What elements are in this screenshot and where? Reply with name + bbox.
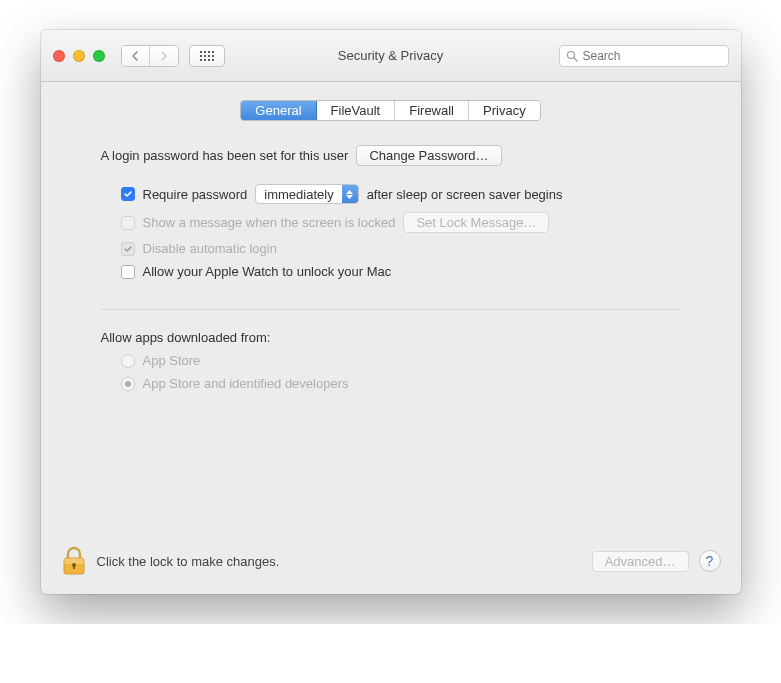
- chevron-right-icon: [160, 51, 168, 61]
- toolbar: Security & Privacy: [41, 30, 741, 82]
- tab-filevault[interactable]: FileVault: [317, 101, 396, 120]
- apple-watch-unlock-checkbox[interactable]: [121, 265, 135, 279]
- search-field[interactable]: [559, 45, 729, 67]
- divider: [101, 309, 681, 310]
- disable-auto-login-label: Disable automatic login: [143, 241, 277, 256]
- svg-line-1: [574, 58, 577, 61]
- show-all-button[interactable]: [189, 45, 225, 67]
- require-password-checkbox[interactable]: [121, 187, 135, 201]
- minimize-window-button[interactable]: [73, 50, 85, 62]
- svg-rect-5: [73, 565, 75, 569]
- question-mark-icon: ?: [706, 553, 714, 569]
- show-message-label: Show a message when the screen is locked: [143, 215, 396, 230]
- check-icon: [123, 244, 133, 254]
- back-button[interactable]: [122, 46, 150, 66]
- require-password-delay-value: immediately: [256, 187, 341, 202]
- zoom-window-button[interactable]: [93, 50, 105, 62]
- preferences-window: Security & Privacy General FileVault Fir…: [41, 30, 741, 594]
- require-password-delay-select[interactable]: immediately: [255, 184, 358, 204]
- window-controls: [53, 50, 105, 62]
- check-icon: [123, 189, 133, 199]
- general-pane: A login password has been set for this u…: [61, 145, 721, 391]
- allow-apps-heading: Allow apps downloaded from:: [101, 330, 271, 345]
- tab-bar: General FileVault Firewall Privacy: [61, 100, 721, 121]
- radio-app-store-identified: [121, 377, 135, 391]
- disable-auto-login-checkbox: [121, 242, 135, 256]
- chevron-left-icon: [131, 51, 139, 61]
- set-lock-message-button: Set Lock Message…: [403, 212, 549, 233]
- close-window-button[interactable]: [53, 50, 65, 62]
- require-password-label: Require password: [143, 187, 248, 202]
- tab-general[interactable]: General: [241, 101, 316, 120]
- grid-icon: [200, 51, 214, 61]
- change-password-button[interactable]: Change Password…: [356, 145, 501, 166]
- help-button[interactable]: ?: [699, 550, 721, 572]
- radio-app-store: [121, 354, 135, 368]
- lock-text: Click the lock to make changes.: [97, 554, 280, 569]
- footer: Click the lock to make changes. Advanced…: [41, 532, 741, 594]
- nav-back-forward: [121, 45, 179, 67]
- stepper-arrows-icon: [342, 185, 358, 203]
- search-icon: [566, 50, 578, 62]
- svg-point-0: [567, 51, 574, 58]
- radio-app-store-identified-label: App Store and identified developers: [143, 376, 349, 391]
- require-password-suffix: after sleep or screen saver begins: [367, 187, 563, 202]
- radio-app-store-label: App Store: [143, 353, 201, 368]
- login-password-text: A login password has been set for this u…: [101, 148, 349, 163]
- advanced-button: Advanced…: [592, 551, 689, 572]
- content-area: General FileVault Firewall Privacy A log…: [41, 82, 741, 532]
- show-message-checkbox: [121, 216, 135, 230]
- apple-watch-unlock-label: Allow your Apple Watch to unlock your Ma…: [143, 264, 392, 279]
- tab-privacy[interactable]: Privacy: [469, 101, 540, 120]
- lock-icon[interactable]: [61, 546, 87, 576]
- tab-firewall[interactable]: Firewall: [395, 101, 469, 120]
- search-input[interactable]: [583, 49, 722, 63]
- forward-button[interactable]: [150, 46, 178, 66]
